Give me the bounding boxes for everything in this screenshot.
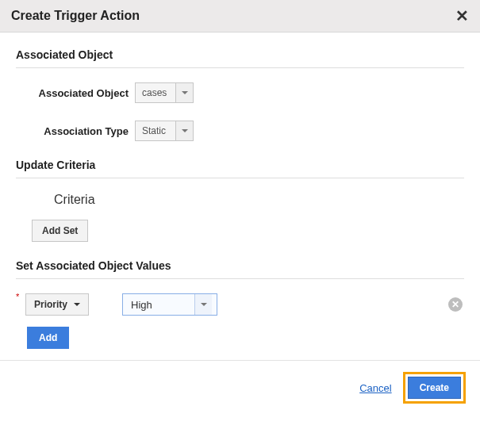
section-set-values: Set Associated Object Values [16, 259, 464, 272]
close-icon: ✕ [451, 299, 459, 310]
section-update-criteria: Update Criteria [16, 159, 464, 171]
add-button[interactable]: Add [27, 327, 69, 349]
select-priority-value[interactable]: High [122, 293, 217, 316]
field-selector-button[interactable]: Priority [25, 293, 89, 316]
criteria-heading: Criteria [54, 193, 464, 207]
divider [16, 67, 464, 68]
chevron-down-icon [74, 303, 80, 306]
remove-row-button[interactable]: ✕ [448, 297, 463, 312]
dialog-footer: Cancel Create [0, 360, 480, 415]
section-associated-object: Associated Object [16, 48, 464, 61]
field-selector-label: Priority [34, 299, 67, 310]
row-association-type: Association Type Static [16, 121, 464, 141]
label-association-type: Association Type [16, 125, 135, 137]
select-associated-object-value: cases [136, 83, 175, 102]
label-associated-object: Associated Object [16, 87, 135, 99]
add-set-button[interactable]: Add Set [32, 220, 88, 242]
row-associated-object: Associated Object cases [16, 82, 464, 103]
value-row: * Priority High ✕ [16, 293, 464, 316]
close-icon[interactable]: ✕ [455, 8, 469, 24]
select-associated-object[interactable]: cases [135, 82, 194, 103]
create-highlight: Create [403, 372, 466, 404]
dialog-body: Associated Object Associated Object case… [0, 33, 480, 360]
cancel-link[interactable]: Cancel [359, 382, 391, 394]
divider [16, 178, 464, 178]
select-priority-value-text: High [123, 294, 194, 315]
chevron-down-icon [175, 121, 193, 140]
required-indicator: * [16, 292, 25, 301]
chevron-down-icon [175, 83, 193, 102]
dialog-header: Create Trigger Action ✕ [0, 0, 480, 33]
dialog-title: Create Trigger Action [11, 9, 140, 23]
chevron-down-icon [194, 294, 212, 315]
select-association-type-value: Static [136, 121, 175, 140]
divider [16, 278, 464, 279]
select-association-type[interactable]: Static [135, 121, 194, 141]
create-button[interactable]: Create [408, 377, 461, 399]
